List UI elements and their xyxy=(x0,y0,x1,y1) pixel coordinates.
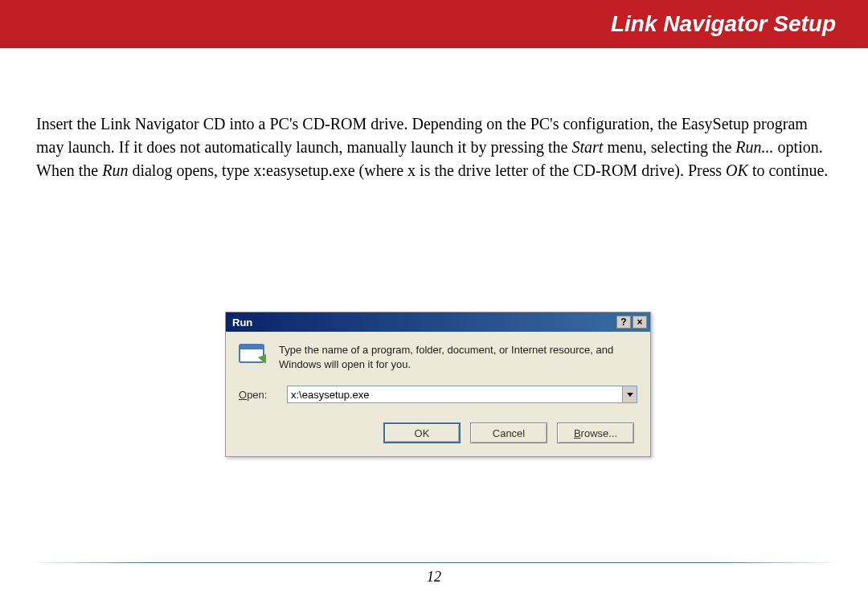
open-label-u: O xyxy=(239,389,247,401)
footer-divider xyxy=(32,562,836,563)
cancel-label: Cancel xyxy=(493,427,525,439)
run-program-icon xyxy=(239,343,268,367)
dialog-title: Run xyxy=(232,316,252,329)
help-button[interactable]: ? xyxy=(616,316,631,329)
help-icon: ? xyxy=(620,317,626,327)
run-dialog-screenshot: Run ? × Type the name of a program, fold… xyxy=(225,312,651,457)
para-ok-ital: OK xyxy=(726,161,748,179)
cancel-button[interactable]: Cancel xyxy=(470,422,547,443)
close-icon: × xyxy=(637,317,642,327)
para-run-ital: Run... xyxy=(735,138,773,156)
browse-rest: rowse... xyxy=(581,427,618,439)
dialog-description: Type the name of a program, folder, docu… xyxy=(279,343,637,371)
para-text-2: menu, selecting the xyxy=(603,138,735,156)
close-button[interactable]: × xyxy=(633,316,647,329)
chevron-down-icon xyxy=(627,393,633,397)
run-dialog: Run ? × Type the name of a program, fold… xyxy=(225,312,651,457)
para-text-4: dialog opens, type x:easysetup.exe (wher… xyxy=(128,161,726,179)
open-label: Open: xyxy=(239,389,277,401)
open-label-rest: pen: xyxy=(247,389,267,401)
instruction-paragraph: Insert the Link Navigator CD into a PC's… xyxy=(0,48,868,182)
header-bar: Link Navigator Setup xyxy=(0,0,868,48)
svg-rect-1 xyxy=(240,345,264,349)
dialog-button-row: OK Cancel Browse... xyxy=(239,422,637,443)
dialog-top-row: Type the name of a program, folder, docu… xyxy=(239,343,637,371)
para-start-ital: Start xyxy=(572,138,604,156)
open-combobox[interactable] xyxy=(287,386,637,403)
ok-button[interactable]: OK xyxy=(383,422,461,443)
open-row: Open: xyxy=(239,386,637,403)
page-number: 12 xyxy=(0,569,868,586)
para-text-5: to continue. xyxy=(748,161,828,179)
page-title: Link Navigator Setup xyxy=(611,11,836,37)
dialog-titlebar: Run ? × xyxy=(226,312,650,332)
titlebar-buttons: ? × xyxy=(616,316,647,329)
dialog-body: Type the name of a program, folder, docu… xyxy=(226,332,650,456)
browse-button[interactable]: Browse... xyxy=(557,422,634,443)
para-run2-ital: Run xyxy=(102,161,128,179)
open-input[interactable] xyxy=(288,386,622,402)
browse-u: B xyxy=(574,427,581,439)
ok-label: OK xyxy=(415,427,430,439)
dropdown-arrow[interactable] xyxy=(622,386,637,402)
